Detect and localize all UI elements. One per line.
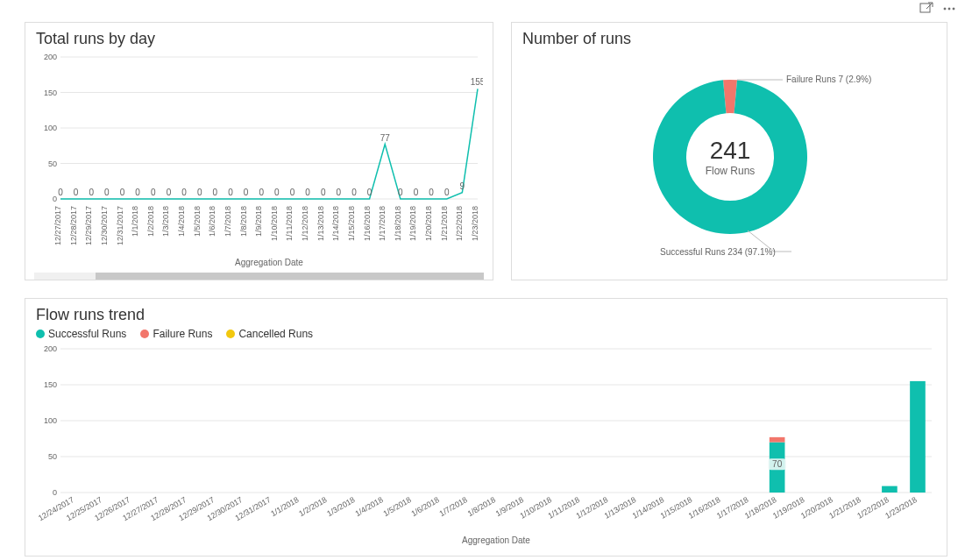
svg-text:150: 150 (44, 89, 57, 97)
share-icon[interactable] (919, 2, 933, 19)
donut-chart[interactable]: 241Flow RunsFailure Runs 7 (2.9%)Success… (522, 52, 938, 271)
chart-scrollbar[interactable] (34, 273, 484, 280)
svg-text:1/8/2018: 1/8/2018 (466, 495, 497, 518)
svg-text:0: 0 (429, 188, 434, 197)
svg-text:100: 100 (44, 416, 57, 425)
svg-text:1/10/2018: 1/10/2018 (270, 206, 279, 241)
svg-text:0: 0 (151, 188, 156, 197)
svg-text:1/13/2018: 1/13/2018 (316, 206, 325, 241)
svg-text:1/16/2018: 1/16/2018 (363, 206, 372, 241)
legend-cancelled[interactable]: Cancelled Runs (226, 328, 313, 340)
svg-text:1/2/2018: 1/2/2018 (297, 495, 328, 518)
svg-text:1/3/2018: 1/3/2018 (325, 495, 356, 518)
svg-text:1/23/2018: 1/23/2018 (883, 495, 919, 521)
svg-text:70: 70 (772, 459, 783, 469)
svg-text:1/20/2018: 1/20/2018 (424, 206, 433, 241)
svg-text:Aggregation Date: Aggregation Date (235, 258, 303, 267)
svg-text:0: 0 (181, 188, 187, 197)
svg-text:0: 0 (197, 188, 202, 197)
svg-text:0: 0 (167, 188, 172, 197)
svg-text:1/18/2018: 1/18/2018 (394, 206, 402, 241)
svg-text:50: 50 (48, 452, 57, 461)
svg-text:0: 0 (74, 188, 79, 197)
svg-rect-90 (770, 437, 785, 443)
more-icon[interactable] (942, 2, 956, 19)
svg-text:155: 155 (471, 77, 483, 87)
svg-text:1/6/2018: 1/6/2018 (208, 206, 216, 237)
svg-text:200: 200 (44, 53, 57, 61)
svg-text:12/28/2017: 12/28/2017 (69, 206, 78, 245)
svg-text:12/27/2017: 12/27/2017 (53, 206, 62, 245)
svg-text:0: 0 (259, 188, 264, 197)
bar-chart-trend[interactable]: 0501001502007012/24/201712/25/201712/26/… (36, 345, 937, 545)
svg-text:0: 0 (228, 188, 233, 197)
svg-text:1/21/2018: 1/21/2018 (440, 206, 449, 241)
svg-text:0: 0 (89, 188, 94, 197)
svg-text:150: 150 (44, 380, 57, 389)
svg-text:0: 0 (213, 188, 218, 197)
svg-text:1/23/2018: 1/23/2018 (471, 206, 479, 241)
svg-text:0: 0 (290, 188, 295, 197)
card-total-runs: Total runs by day 0501001502000000000000… (25, 22, 493, 280)
svg-text:1/6/2018: 1/6/2018 (410, 495, 441, 518)
svg-text:1/8/2018: 1/8/2018 (239, 206, 248, 237)
svg-text:1/5/2018: 1/5/2018 (381, 495, 412, 518)
svg-text:0: 0 (351, 188, 357, 197)
svg-text:0: 0 (58, 188, 63, 197)
legend-swatch-icon (36, 330, 45, 338)
svg-text:0: 0 (414, 188, 419, 197)
svg-text:1/2/2018: 1/2/2018 (146, 206, 155, 237)
svg-text:0: 0 (274, 188, 280, 197)
legend-label: Successful Runs (48, 328, 126, 340)
svg-text:Aggregation Date: Aggregation Date (462, 535, 530, 545)
svg-text:1/9/2018: 1/9/2018 (254, 206, 263, 237)
svg-text:1/19/2018: 1/19/2018 (408, 206, 417, 241)
svg-text:9: 9 (460, 181, 465, 191)
svg-text:0: 0 (444, 188, 450, 197)
svg-point-1 (944, 8, 946, 10)
line-chart-total[interactable]: 0501001502000000000000000000000007700009… (36, 52, 483, 269)
chart-legend: Successful Runs Failure Runs Cancelled R… (36, 328, 936, 340)
svg-text:1/1/2018: 1/1/2018 (269, 495, 300, 518)
svg-text:0: 0 (120, 188, 125, 197)
svg-text:1/22/2018: 1/22/2018 (455, 206, 464, 241)
svg-text:0: 0 (337, 188, 342, 197)
svg-text:Flow Runs: Flow Runs (706, 165, 756, 177)
svg-text:1/12/2018: 1/12/2018 (301, 206, 309, 241)
svg-text:0: 0 (244, 188, 249, 197)
svg-point-2 (948, 8, 950, 10)
svg-text:200: 200 (44, 345, 57, 353)
svg-text:1/4/2018: 1/4/2018 (353, 495, 384, 518)
dashboard-toolbar (919, 2, 956, 19)
svg-text:1/14/2018: 1/14/2018 (331, 206, 340, 241)
svg-text:1/5/2018: 1/5/2018 (193, 206, 202, 237)
svg-text:1/7/2018: 1/7/2018 (224, 206, 232, 237)
legend-label: Failure Runs (153, 328, 212, 340)
legend-swatch-icon (226, 330, 235, 338)
legend-failure[interactable]: Failure Runs (140, 328, 212, 340)
legend-successful[interactable]: Successful Runs (36, 328, 126, 340)
svg-text:1/7/2018: 1/7/2018 (438, 495, 469, 518)
svg-text:241: 241 (710, 137, 751, 164)
svg-text:0: 0 (398, 188, 403, 197)
svg-text:1/15/2018: 1/15/2018 (347, 206, 356, 241)
svg-text:1/1/2018: 1/1/2018 (131, 206, 139, 237)
svg-text:0: 0 (367, 188, 373, 197)
card-title: Total runs by day (36, 30, 482, 48)
chart-scrollbar-thumb[interactable] (96, 273, 484, 280)
svg-rect-0 (920, 4, 930, 12)
card-flow-runs-trend: Flow runs trend Successful Runs Failure … (25, 298, 947, 556)
svg-text:0: 0 (135, 188, 140, 197)
card-number-of-runs: Number of runs 241Flow RunsFailure Runs … (511, 22, 947, 280)
legend-swatch-icon (140, 330, 149, 338)
svg-text:0: 0 (321, 188, 326, 197)
svg-text:77: 77 (380, 133, 391, 143)
legend-label: Cancelled Runs (238, 328, 313, 340)
svg-rect-92 (910, 381, 926, 493)
svg-text:0: 0 (305, 188, 310, 197)
svg-text:0: 0 (53, 488, 57, 497)
svg-text:1/4/2018: 1/4/2018 (177, 206, 186, 237)
svg-text:12/29/2017: 12/29/2017 (84, 206, 93, 245)
card-title: Flow runs trend (36, 306, 936, 324)
svg-text:1/3/2018: 1/3/2018 (161, 206, 170, 237)
